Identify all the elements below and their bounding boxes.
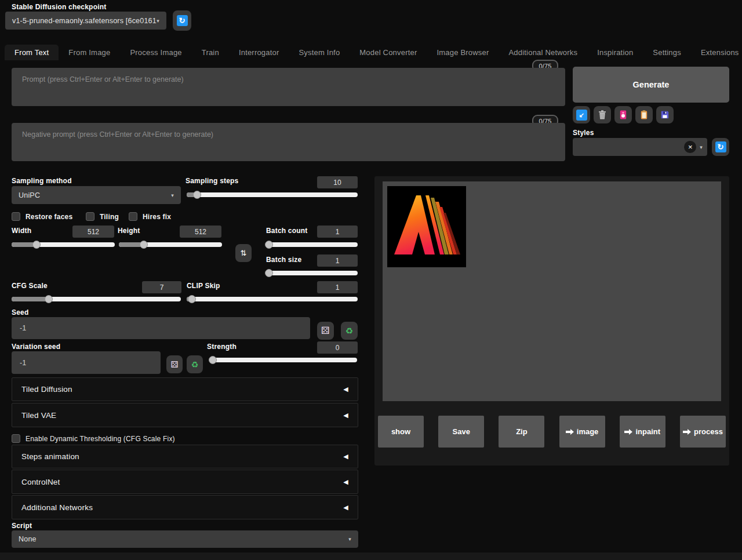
batch-size-label: Batch size xyxy=(266,256,301,264)
clip-skip-label: CLIP Skip xyxy=(187,282,220,290)
accordion-tiled-diffusion[interactable]: Tiled Diffusion ◀ xyxy=(12,377,358,401)
checkpoint-refresh-button[interactable]: ↻ xyxy=(173,10,191,31)
slider-handle[interactable] xyxy=(209,356,217,364)
read-params-button[interactable]: ↙ xyxy=(573,106,590,123)
send-to-process-button[interactable]: process xyxy=(680,416,726,448)
batch-size-slider[interactable] xyxy=(266,269,358,277)
checkbox-box[interactable] xyxy=(12,212,20,221)
prompt-input[interactable] xyxy=(12,68,565,106)
variation-seed-label: Variation seed xyxy=(12,343,60,351)
sampling-method-select[interactable]: UniPC ▾ xyxy=(12,186,181,204)
seed-label: Seed xyxy=(12,308,28,317)
checkpoint-label: Stable Diffusion checkpoint xyxy=(12,3,106,11)
cfg-scale-slider[interactable] xyxy=(12,295,181,303)
slider-handle[interactable] xyxy=(265,269,273,277)
slider-handle[interactable] xyxy=(32,241,41,249)
collapse-arrow-icon: ◀ xyxy=(343,504,348,511)
tab-settings[interactable]: Settings xyxy=(643,45,691,60)
variation-seed-input[interactable] xyxy=(12,351,161,374)
width-slider[interactable] xyxy=(12,241,115,249)
checkpoint-select[interactable]: v1-5-pruned-emaonly.safetensors [6ce0161… xyxy=(5,12,166,30)
sampling-steps-label: Sampling steps xyxy=(186,177,239,185)
accordion-controlnet[interactable]: ControlNet ◀ xyxy=(12,470,358,494)
checkbox-box[interactable] xyxy=(12,434,20,443)
strength-input[interactable] xyxy=(317,341,358,354)
tab-inspiration[interactable]: Inspiration xyxy=(587,45,643,60)
slider-handle[interactable] xyxy=(265,241,273,249)
send-to-image-button[interactable]: image xyxy=(559,416,605,448)
dynamic-thresholding-checkbox[interactable]: Enable Dynamic Thresholding (CFG Scale F… xyxy=(12,434,175,443)
slider-handle[interactable] xyxy=(45,295,53,303)
floppy-disk-icon xyxy=(660,110,670,120)
extra-networks-button[interactable] xyxy=(614,106,632,123)
styles-refresh-button[interactable]: ↻ xyxy=(712,138,729,156)
tiling-checkbox[interactable]: Tiling xyxy=(86,212,119,221)
batch-count-slider[interactable] xyxy=(266,241,358,249)
strength-slider[interactable] xyxy=(210,356,357,364)
trash-icon xyxy=(597,110,608,120)
refresh-icon: ↻ xyxy=(177,15,188,26)
tab-from-image[interactable]: From Image xyxy=(59,45,120,60)
checkbox-box[interactable] xyxy=(129,212,137,221)
generated-image-thumbnail[interactable] xyxy=(387,186,466,267)
flower-card-icon xyxy=(618,110,628,120)
generate-button[interactable]: Generate xyxy=(573,67,729,103)
slider-handle[interactable] xyxy=(188,295,196,303)
clip-skip-input[interactable] xyxy=(317,281,358,293)
script-select[interactable]: None ▾ xyxy=(12,530,358,548)
sampling-method-value: UniPC xyxy=(19,191,40,199)
accordion-additional-networks[interactable]: Additional Networks ◀ xyxy=(12,495,358,519)
negative-prompt-input[interactable] xyxy=(12,123,565,161)
send-to-inpaint-button[interactable]: inpaint xyxy=(620,416,665,448)
swap-dimensions-button[interactable]: ⇅ xyxy=(235,244,252,262)
accordion-steps-animation[interactable]: Steps animation ◀ xyxy=(12,445,358,468)
clear-prompt-button[interactable] xyxy=(594,106,611,123)
tab-process-image[interactable]: Process Image xyxy=(120,45,191,60)
tab-system-info[interactable]: System Info xyxy=(289,45,350,60)
chevron-down-icon: ▾ xyxy=(171,192,174,198)
clip-skip-slider[interactable] xyxy=(187,295,358,303)
reuse-seed-button[interactable]: ♻ xyxy=(341,322,358,340)
script-label: Script xyxy=(12,522,32,530)
image-preview-area xyxy=(383,181,721,401)
slider-handle[interactable] xyxy=(193,191,201,199)
height-label: Height xyxy=(118,227,140,235)
cfg-scale-label: CFG Scale xyxy=(12,282,48,290)
restore-faces-checkbox[interactable]: Restore faces xyxy=(12,212,72,221)
clear-styles-icon[interactable]: × xyxy=(684,141,696,153)
tab-image-browser[interactable]: Image Browser xyxy=(427,45,499,60)
batch-count-label: Batch count xyxy=(266,227,308,235)
cfg-scale-input[interactable] xyxy=(142,281,181,293)
output-actions: show Save Zip image inpaint process xyxy=(378,416,726,448)
tab-from-text[interactable]: From Text xyxy=(5,45,59,60)
show-button[interactable]: show xyxy=(378,416,424,448)
random-variation-seed-button[interactable]: ⚄ xyxy=(166,355,183,373)
dice-icon: ⚄ xyxy=(170,359,178,370)
random-seed-button[interactable]: ⚄ xyxy=(317,322,334,340)
batch-size-input[interactable] xyxy=(317,254,358,267)
batch-count-input[interactable] xyxy=(317,226,358,238)
sampling-steps-slider[interactable] xyxy=(187,191,358,199)
tab-extensions[interactable]: Extensions xyxy=(691,45,742,60)
seed-input[interactable] xyxy=(12,317,310,339)
save-button[interactable]: Save xyxy=(438,416,484,448)
reuse-variation-seed-button[interactable]: ♻ xyxy=(187,355,203,373)
checkbox-box[interactable] xyxy=(86,212,94,221)
height-input[interactable] xyxy=(180,226,221,238)
apply-style-button[interactable] xyxy=(635,106,653,123)
collapse-arrow-icon: ◀ xyxy=(343,386,348,393)
tab-interrogator[interactable]: Interrogator xyxy=(229,45,289,60)
styles-select[interactable]: × ▾ xyxy=(573,138,707,156)
height-slider[interactable] xyxy=(119,241,222,249)
tab-train[interactable]: Train xyxy=(192,45,229,60)
slider-handle[interactable] xyxy=(140,241,148,249)
tab-additional-networks[interactable]: Additional Networks xyxy=(499,45,587,60)
tab-model-converter[interactable]: Model Converter xyxy=(350,45,427,60)
hires-fix-checkbox[interactable]: Hires fix xyxy=(129,212,171,221)
width-input[interactable] xyxy=(72,226,114,238)
zip-button[interactable]: Zip xyxy=(499,416,544,448)
sampling-steps-input[interactable] xyxy=(317,176,358,188)
save-style-button[interactable] xyxy=(656,106,674,123)
width-label: Width xyxy=(12,227,31,235)
accordion-tiled-vae[interactable]: Tiled VAE ◀ xyxy=(12,403,358,427)
